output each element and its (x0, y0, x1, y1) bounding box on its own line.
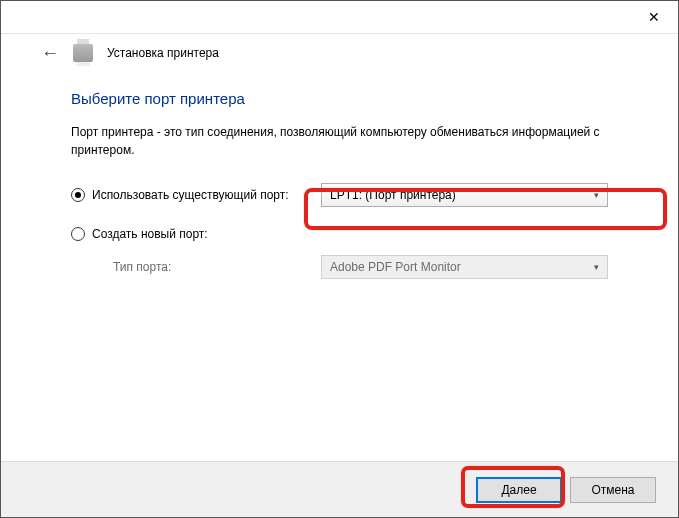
radio-create-new[interactable]: Создать новый порт: (71, 227, 321, 241)
option-existing-row: Использовать существующий порт: LPT1: (П… (71, 183, 608, 207)
printer-icon (73, 44, 93, 62)
radio-label: Создать новый порт: (92, 227, 208, 241)
page-heading: Выберите порт принтера (71, 90, 608, 107)
port-type-row: Тип порта: Adobe PDF Port Monitor ▾ (71, 255, 608, 279)
content-area: Выберите порт принтера Порт принтера - э… (1, 72, 678, 279)
port-type-select: Adobe PDF Port Monitor ▾ (321, 255, 608, 279)
chevron-down-icon: ▾ (594, 262, 599, 272)
page-description: Порт принтера - это тип соединения, позв… (71, 123, 608, 159)
wizard-title: Установка принтера (107, 46, 219, 60)
chevron-down-icon: ▾ (594, 190, 599, 200)
select-value: Adobe PDF Port Monitor (330, 260, 461, 274)
close-button[interactable]: ✕ (631, 2, 676, 32)
radio-use-existing[interactable]: Использовать существующий порт: (71, 188, 321, 202)
existing-port-select[interactable]: LPT1: (Порт принтера) ▾ (321, 183, 608, 207)
wizard-header: ← Установка принтера (1, 34, 678, 72)
cancel-button[interactable]: Отмена (570, 477, 656, 503)
radio-icon (71, 188, 85, 202)
footer: Далее Отмена (1, 461, 678, 517)
next-button[interactable]: Далее (476, 477, 562, 503)
port-type-label: Тип порта: (71, 260, 321, 274)
radio-label: Использовать существующий порт: (92, 188, 289, 202)
select-value: LPT1: (Порт принтера) (330, 188, 456, 202)
radio-icon (71, 227, 85, 241)
back-button[interactable]: ← (41, 44, 59, 62)
option-new-row: Создать новый порт: (71, 227, 608, 241)
titlebar: ✕ (1, 1, 678, 33)
